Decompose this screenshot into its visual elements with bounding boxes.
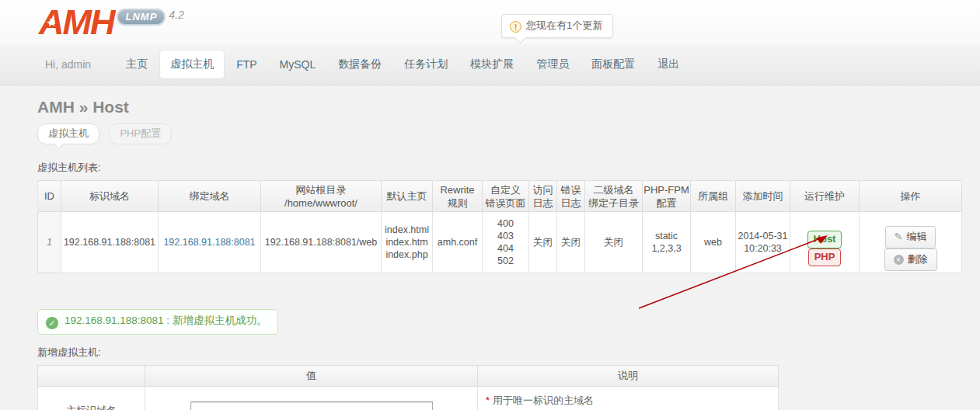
nav-item-logout[interactable]: 退出 — [647, 50, 689, 78]
col-header-rewrite: Rewrite 规则 — [433, 181, 483, 212]
nav-item-virtual-host[interactable]: 虚拟主机 — [160, 50, 224, 78]
col-header-error-pages: 自定义 错误页面 — [483, 181, 529, 212]
required-asterisk: * — [486, 394, 490, 406]
cell-subdomain-dir: 关闭 — [585, 212, 643, 273]
delete-button[interactable]: ×删除 — [884, 248, 937, 271]
pencil-icon: ✎ — [895, 231, 903, 242]
amh-panel-page: AMH★LNMP4.2 !您现在有1个更新 Hi, admin 主页 虚拟主机 … — [0, 0, 980, 410]
cell-web-root: 192.168.91.188:8081/web — [261, 212, 382, 273]
host-table-header-row: ID 标识域名 绑定域名 网站根目录 /home/wwwroot/ 默认主页 R… — [38, 181, 962, 212]
cell-access-log: 关闭 — [529, 212, 557, 273]
nav-item-home[interactable]: 主页 — [116, 50, 158, 78]
col-header-maintain: 运行维护 — [790, 181, 860, 212]
form-table-header-row: 值 说明 — [38, 366, 779, 387]
form-col-header-value: 值 — [145, 366, 478, 387]
alert-icon: ! — [510, 21, 521, 33]
php-badge[interactable]: PHP — [808, 248, 842, 266]
col-header-web-root: 网站根目录 /home/wwwroot/ — [261, 181, 382, 212]
update-notification[interactable]: !您现在有1个更新 — [501, 14, 613, 38]
cell-error-log: 关闭 — [557, 212, 585, 273]
top-header: AMH★LNMP4.2 !您现在有1个更新 — [0, 0, 980, 44]
cell-bind-domain[interactable]: 192.168.91.188:8081 — [159, 212, 261, 273]
cell-actions: ✎编辑×删除 — [860, 212, 962, 273]
delete-button-label: 删除 — [908, 253, 928, 265]
note-required-text: 用于唯一标识的主域名 — [493, 394, 594, 406]
cell-php-fpm: static 1,2,3,3 — [643, 212, 691, 273]
version-label: 4.2 — [169, 9, 183, 21]
tab-virtual-host[interactable]: 虚拟主机 — [37, 123, 99, 144]
host-table-row: 1 192.168.91.188:8081 192.168.91.188:808… — [38, 212, 962, 273]
content-area: AMH » Host 虚拟主机 PHP配置 虚拟主机列表: ID 标识域名 绑定… — [0, 85, 980, 410]
success-alert: ✓192.168.91.188:8081 : 新增虚拟主机成功。 — [37, 309, 278, 335]
note-required: *用于唯一标识的主域名 — [486, 394, 770, 408]
col-header-access-log: 访问 日志 — [529, 181, 557, 212]
edit-button[interactable]: ✎编辑 — [885, 226, 936, 248]
nav-item-ftp[interactable]: FTP — [226, 51, 267, 78]
form-col-header-description: 说明 — [478, 366, 779, 387]
nav-item-backup[interactable]: 数据备份 — [328, 50, 392, 78]
host-list-label: 虚拟主机列表: — [37, 161, 959, 175]
cell-group: web — [691, 212, 736, 273]
nav-item-admin[interactable]: 管理员 — [526, 50, 579, 78]
sub-tabs: 虚拟主机 PHP配置 — [37, 123, 959, 144]
host-table: ID 标识域名 绑定域名 网站根目录 /home/wwwroot/ 默认主页 R… — [37, 180, 962, 273]
greeting-label: Hi, admin — [45, 58, 91, 71]
form-row-main-domain: 主标识域名 *用于唯一标识的主域名 不需填写http:// 格式例如: amys… — [38, 387, 779, 410]
cell-id: 1 — [38, 212, 61, 273]
col-header-actions: 操作 — [860, 181, 962, 212]
col-header-id: ID — [38, 181, 61, 212]
cell-rewrite: amh.conf — [433, 212, 483, 273]
col-header-added-time: 添加时间 — [736, 181, 790, 212]
cell-identify-domain: 192.168.91.188:8081 — [61, 212, 159, 273]
nav-item-mysql[interactable]: MySQL — [270, 51, 326, 78]
main-domain-input[interactable] — [190, 401, 433, 410]
form-col-header-empty — [38, 366, 145, 387]
col-header-subdomain-dir: 二级域名 绑定子目录 — [585, 181, 643, 212]
add-host-form-table: 值 说明 主标识域名 *用于唯一标识的主域名 不需填写http:// 格式例如:… — [37, 365, 779, 410]
col-header-error-log: 错误 日志 — [557, 181, 585, 212]
nav-item-modules[interactable]: 模块扩展 — [460, 50, 524, 78]
main-domain-label: 主标识域名 — [38, 387, 145, 410]
col-header-bind-domain: 绑定域名 — [159, 181, 261, 212]
col-header-php-fpm: PHP-FPM 配置 — [643, 181, 691, 212]
page-title: AMH » Host — [37, 98, 959, 116]
edit-button-label: 编辑 — [906, 231, 926, 242]
main-domain-description: *用于唯一标识的主域名 不需填写http:// 格式例如: amysql.com — [478, 387, 779, 410]
host-badge[interactable]: Host — [807, 231, 842, 248]
nav-item-panel-config[interactable]: 面板配置 — [581, 50, 645, 78]
cell-maintain: HostPHP — [790, 212, 860, 273]
amh-logo: AMH★LNMP4.2 — [39, 3, 184, 42]
col-header-group: 所属组 — [691, 181, 736, 212]
col-header-identify-domain: 标识域名 — [61, 181, 159, 212]
check-circle-icon: ✓ — [46, 317, 58, 329]
cell-error-pages: 400 403 404 502 — [483, 212, 529, 273]
tab-php-config[interactable]: PHP配置 — [109, 123, 172, 144]
notification-text: 您现在有1个更新 — [526, 19, 602, 31]
nav-item-cron[interactable]: 任务计划 — [394, 50, 458, 78]
x-circle-icon: × — [894, 255, 904, 265]
add-host-label: 新增虚拟主机: — [37, 346, 959, 360]
cell-added-time: 2014-05-31 10:20:33 — [736, 212, 790, 273]
success-alert-text: 192.168.91.188:8081 : 新增虚拟主机成功。 — [65, 314, 267, 326]
main-navbar: Hi, admin 主页 虚拟主机 FTP MySQL 数据备份 任务计划 模块… — [0, 44, 980, 85]
cell-default-pages: index.html index.htm index.php — [382, 212, 433, 273]
lnmp-badge: LNMP — [117, 9, 166, 26]
main-domain-input-cell — [145, 387, 478, 410]
col-header-default-page: 默认主页 — [382, 181, 433, 212]
